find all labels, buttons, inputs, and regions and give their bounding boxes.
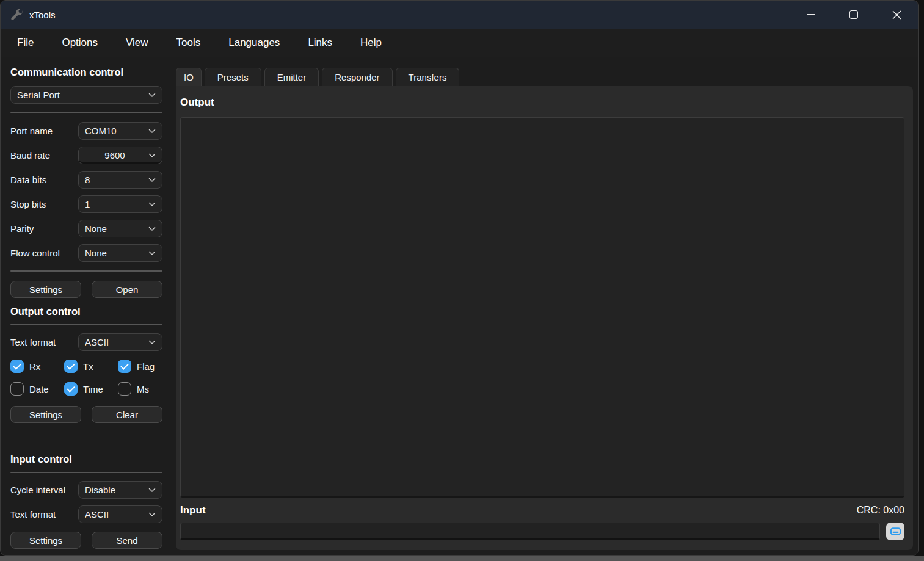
check-icon — [13, 361, 21, 369]
chevron-down-icon — [148, 178, 156, 183]
sidebar: Communication control Serial Port Port n… — [1, 57, 176, 555]
output-text-format-select[interactable]: ASCII — [78, 333, 162, 351]
chevron-down-icon — [148, 202, 156, 207]
open-button[interactable]: Open — [92, 281, 162, 298]
output-text-format-label: Text format — [10, 337, 78, 347]
parity-label: Parity — [10, 223, 78, 234]
chevron-down-icon — [148, 251, 156, 256]
minimize-button[interactable] — [790, 1, 832, 29]
stop-bits-select[interactable]: 1 — [78, 195, 162, 213]
close-icon — [892, 10, 901, 20]
chevron-down-icon — [148, 129, 156, 134]
send-button[interactable]: Send — [92, 532, 162, 549]
wrench-icon — [10, 8, 23, 21]
baud-rate-select[interactable]: 9600 — [78, 147, 162, 164]
output-flags-grid: Rx Tx Flag Date Time — [10, 360, 162, 396]
output-control-heading: Output control — [10, 306, 162, 317]
chevron-down-icon — [148, 488, 156, 493]
checkbox-box[interactable] — [10, 360, 24, 373]
output-heading: Output — [180, 96, 904, 109]
menu-view[interactable]: View — [126, 37, 148, 49]
checkbox-box[interactable] — [10, 382, 24, 396]
chevron-down-icon — [148, 340, 156, 345]
checkbox-label: Time — [83, 384, 103, 394]
data-bits-label: Data bits — [10, 175, 78, 185]
menu-languages[interactable]: Languages — [228, 37, 280, 49]
input-text-format-value: ASCII — [85, 509, 145, 519]
tab-transfers[interactable]: Transfers — [396, 68, 460, 86]
menu-file[interactable]: File — [17, 37, 34, 49]
input-heading: Input — [180, 504, 206, 516]
checkbox-box[interactable] — [64, 360, 78, 373]
port-name-value: COM10 — [85, 126, 145, 136]
flow-control-value: None — [85, 248, 145, 258]
input-format-button[interactable] — [886, 523, 904, 540]
checkbox-tx[interactable]: Tx — [64, 360, 118, 373]
device-type-select[interactable]: Serial Port — [10, 86, 162, 104]
chevron-down-icon — [148, 153, 156, 158]
maximize-button[interactable] — [832, 1, 875, 29]
titlebar[interactable]: xTools — [1, 1, 918, 29]
comm-settings-button[interactable]: Settings — [10, 281, 81, 298]
parity-value: None — [85, 223, 145, 234]
checkbox-box[interactable] — [118, 360, 131, 373]
tab-io[interactable]: IO — [176, 68, 202, 86]
message-input[interactable] — [180, 523, 880, 540]
output-text-format-row: Text format ASCII — [10, 333, 162, 351]
stop-bits-row: Stop bits 1 — [10, 195, 162, 213]
tab-label: IO — [184, 72, 194, 82]
communication-control-heading: Communication control — [10, 67, 162, 78]
menu-tools[interactable]: Tools — [176, 37, 201, 49]
checkbox-rx[interactable]: Rx — [10, 360, 64, 373]
output-settings-button[interactable]: Settings — [10, 406, 81, 423]
flow-control-label: Flow control — [10, 248, 78, 258]
divider — [10, 112, 162, 113]
input-settings-button[interactable]: Settings — [10, 532, 81, 549]
divider — [10, 270, 162, 272]
port-name-select[interactable]: COM10 — [78, 122, 162, 140]
flow-control-select[interactable]: None — [78, 244, 162, 262]
cycle-interval-value: Disable — [85, 485, 145, 495]
window-controls — [790, 1, 918, 29]
baud-rate-value: 9600 — [85, 150, 145, 161]
checkbox-box[interactable] — [118, 382, 131, 396]
check-icon — [67, 361, 75, 369]
clear-button[interactable]: Clear — [92, 406, 162, 423]
check-icon — [120, 361, 128, 369]
menu-options[interactable]: Options — [62, 37, 98, 49]
menu-links[interactable]: Links — [308, 37, 332, 49]
cycle-interval-select[interactable]: Disable — [78, 481, 162, 499]
tab-label: Emitter — [277, 72, 307, 82]
tab-responder[interactable]: Responder — [322, 68, 392, 86]
tabbar: IO Presets Emitter Responder Transfers — [176, 68, 918, 86]
checkbox-box[interactable] — [64, 382, 78, 396]
checkbox-label: Date — [29, 384, 49, 394]
input-text-format-row: Text format ASCII — [10, 505, 162, 523]
checkbox-time[interactable]: Time — [64, 382, 118, 396]
output-text-format-value: ASCII — [85, 337, 145, 347]
port-name-row: Port name COM10 — [10, 122, 162, 140]
stop-bits-value: 1 — [85, 199, 145, 209]
data-bits-value: 8 — [85, 175, 145, 185]
maximize-icon — [849, 10, 858, 19]
check-icon — [67, 384, 75, 392]
menubar: File Options View Tools Languages Links … — [1, 29, 918, 57]
menu-help[interactable]: Help — [360, 37, 382, 49]
device-type-value: Serial Port — [17, 90, 145, 100]
tab-emitter[interactable]: Emitter — [264, 68, 319, 86]
input-text-format-select[interactable]: ASCII — [78, 505, 162, 523]
parity-select[interactable]: None — [78, 220, 162, 237]
flow-control-row: Flow control None — [10, 244, 162, 262]
divider — [10, 324, 162, 325]
sidebar-spacer — [10, 423, 162, 454]
checkbox-flag[interactable]: Flag — [118, 360, 162, 373]
close-button[interactable] — [875, 1, 918, 29]
tab-label: Transfers — [409, 72, 447, 82]
checkbox-date[interactable]: Date — [10, 382, 64, 396]
tab-presets[interactable]: Presets — [205, 68, 261, 86]
checkbox-ms[interactable]: Ms — [118, 382, 162, 396]
data-bits-select[interactable]: 8 — [78, 171, 162, 189]
checkbox-label: Flag — [137, 361, 155, 372]
output-log-area[interactable] — [180, 117, 904, 498]
divider — [10, 472, 162, 473]
